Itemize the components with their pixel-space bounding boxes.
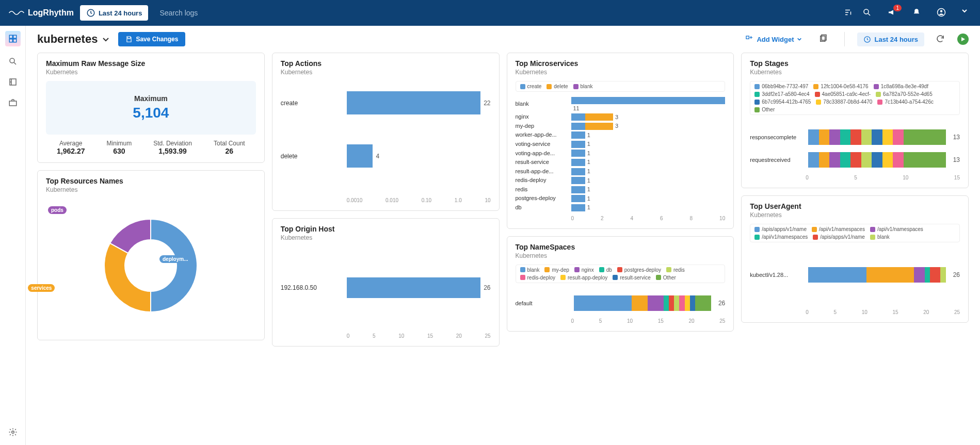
legend-label: my-dep [552,267,569,273]
axis-tick: 0.010 [385,197,398,203]
bar-cat: kubectl/v1.28... [750,272,804,278]
chevron-down-icon[interactable] [961,8,968,18]
legend-item: 78c33887-0b8d-4470 [816,99,872,105]
axis-tick: 0 [806,309,809,315]
save-button[interactable]: Save Changes [118,32,185,46]
legend-label: redis [673,267,685,273]
legend-item: 12fc1004-0e58-4176 [813,84,868,89]
bar-row: responsecomplete 13 [750,129,960,145]
chevron-down-icon [102,35,110,43]
rail-gear-icon[interactable] [7,426,19,438]
axis-tick: 5 [373,333,376,339]
copy-icon[interactable] [818,34,829,44]
bar-val: 3 [615,114,618,120]
dashboard-title-text: kubernetes [37,32,98,46]
filter-icon[interactable] [844,8,854,18]
axis-tick: 15 [658,318,664,324]
notif-badge: 1 [893,5,902,11]
axis: 0.00100.0100.101.010 [281,197,491,203]
stat-label: Minimum [107,140,132,147]
bar-cat: redis [516,186,567,192]
stat-val: 26 [214,147,245,155]
axis-tick: 25 [954,309,960,315]
stat-val: 630 [107,147,132,155]
bell-icon[interactable] [912,8,922,18]
legend-label: Other [663,275,676,281]
card-sub: Kubernetes [46,69,256,76]
stat: Average 1,962.27 [57,140,85,155]
card-resources: Top Resources Names Kubernetes deploym..… [37,170,265,340]
legend-label: /apis/apps/v1/name [820,234,865,240]
legend-label: 3ddf2e17-a580-4ec4 [762,91,809,97]
donut-slice[interactable] [104,243,151,312]
play-icon [960,37,966,42]
rail-library-icon[interactable] [7,76,19,88]
legend-item: 4ae05851-ca9c-4ecf- [815,91,871,97]
save-button-label: Save Changes [136,36,178,43]
rail-dashboard-icon[interactable] [5,31,21,46]
legend-label: result-service [620,275,650,281]
bar-cat: nginx [516,113,567,120]
logo: LogRhythm [8,8,74,18]
timerange-pill-2[interactable]: Last 24 hours [857,32,924,46]
bar-row: create 22 [281,91,491,114]
legend-label: /apis/apps/v1/name [762,226,807,232]
search-input[interactable] [154,6,840,20]
timerange-label: Last 24 hours [99,9,142,17]
card-title: Top NameSpaces [516,243,726,251]
legend-label: 6a782a70-552e-4d65 [883,91,933,97]
card-sub: Kubernetes [750,211,960,219]
legend-item: create [520,84,542,89]
bar-val: 1 [587,159,590,165]
add-widget-button[interactable]: Add Widget [740,32,807,46]
stat: Std. Deviation 1,593.99 [153,140,192,155]
legend-item: delete [547,84,568,89]
useragent-bars: kubectl/v1.28... 26 [750,267,960,283]
bar-val: 13 [953,156,960,163]
bar-row: worker-app-de... 1 [516,131,726,139]
axis: 0510152025 [750,309,960,315]
card-max-msg: Maximum Raw Message Size Kubernetes Maxi… [37,53,265,163]
topbar: LogRhythm Last 24 hours 1 [0,0,980,26]
axis-tick: 4 [631,216,634,221]
axis-tick: 5 [599,318,602,324]
timerange-pill[interactable]: Last 24 hours [80,5,149,21]
legend-item: 6b7c9954-412b-4765 [754,99,811,105]
refresh-icon[interactable] [936,34,946,44]
rail-search-icon[interactable] [7,56,19,67]
bar-row: delete 4 [281,144,491,168]
axis-tick: 0 [806,175,809,180]
donut-slice[interactable] [151,219,197,312]
legend-label: /api/v1/namespaces [762,234,808,240]
card-title: Top Resources Names [46,177,256,185]
add-widget-label: Add Widget [757,36,794,43]
legend-label: 78c33887-0b8d-4470 [823,99,872,105]
stat: Total Count 26 [214,140,245,155]
search-icon[interactable] [862,8,873,18]
legend-item: blank [870,234,890,240]
legend-label: 12fc1004-0e58-4176 [821,84,868,89]
rail-briefcase-icon[interactable] [7,97,19,108]
axis-tick: 8 [690,216,693,221]
stat-label: Std. Deviation [153,140,192,147]
stages-bars: responsecomplete 13 requestreceived 13 [750,129,960,168]
legend: createdeleteblank [516,81,726,92]
user-icon[interactable] [937,8,947,18]
metric-value: 5,104 [46,105,256,121]
legend-item: redis-deploy [520,275,555,281]
play-button[interactable] [957,34,969,45]
bar-cat: responsecomplete [750,134,804,140]
left-rail [0,26,26,445]
svg-rect-7 [13,39,16,42]
donut-chart: deploym...servicespods [46,199,256,333]
bar-val: 1 [587,195,590,202]
bar-cat: worker-app-de... [516,131,567,138]
dashboard-title[interactable]: kubernetes [37,32,110,46]
legend-item: nginx [574,267,594,273]
axis-tick: 0 [571,216,574,221]
axis-tick: 20 [923,309,929,315]
legend-label: Other [762,107,775,112]
announce-icon[interactable]: 1 [887,8,897,18]
axis-tick: 15 [427,333,433,339]
legend-label: nginx [582,267,594,273]
